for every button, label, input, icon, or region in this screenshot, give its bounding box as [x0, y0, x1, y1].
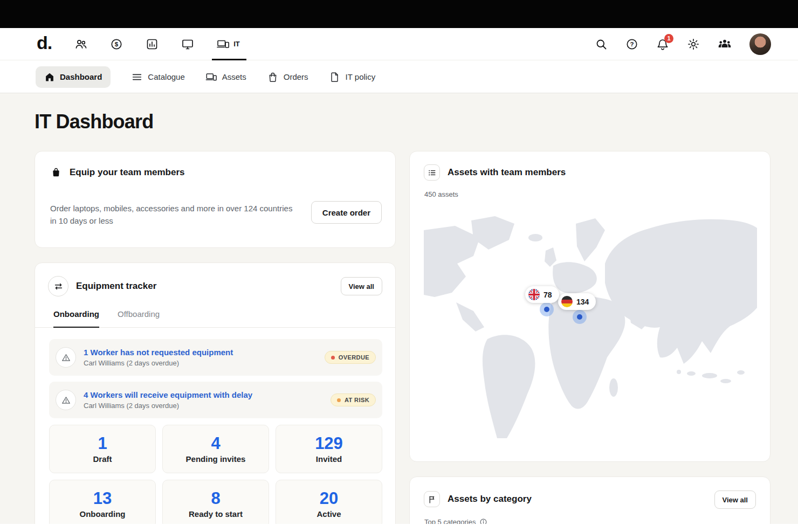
flag-icon: [424, 491, 440, 507]
it-section-nav: Dashboard Catalogue Assets Orders: [0, 61, 798, 93]
uk-asset-count: 78: [544, 291, 552, 299]
nav-item-it[interactable]: IT: [217, 28, 240, 60]
tracker-tabs: Onboarding Offboarding: [35, 309, 395, 328]
warning-triangle-icon: [56, 347, 76, 368]
map-marker-dot-core: [544, 307, 549, 312]
subnav-item-catalogue-label: Catalogue: [148, 72, 184, 81]
stat-tile-onboarding[interactable]: 13 Onboarding: [49, 480, 156, 524]
tracker-card-title: Equipment tracker: [76, 281, 156, 292]
user-avatar[interactable]: [749, 33, 771, 55]
info-icon[interactable]: [479, 518, 487, 524]
stat-label: Invited: [316, 454, 342, 464]
people-nav-icon[interactable]: [74, 38, 87, 51]
svg-text:$: $: [115, 41, 119, 47]
stat-tile-invited[interactable]: 129 Invited: [276, 425, 382, 473]
tracker-stats-grid: 1 Draft 4 Pending invites 129 Invited 13…: [49, 425, 382, 524]
equip-card-description: Order laptops, mobiles, accessories and …: [50, 202, 294, 227]
help-icon[interactable]: ?: [625, 38, 638, 51]
catalogue-list-icon: [131, 71, 143, 83]
equip-team-card: Equip your team members Order laptops, m…: [35, 151, 396, 248]
tracker-view-all-button[interactable]: View all: [341, 277, 382, 295]
subnav-item-orders[interactable]: Orders: [267, 71, 308, 83]
stat-value: 20: [320, 490, 338, 507]
stat-value: 4: [211, 435, 220, 452]
subnav-item-assets-label: Assets: [222, 72, 246, 81]
alert-subtitle: Carl Williams (2 days overdue): [84, 402, 252, 410]
stat-tile-draft[interactable]: 1 Draft: [49, 425, 156, 473]
stat-label: Ready to start: [189, 509, 243, 519]
app-header: d. $: [0, 28, 798, 60]
category-subtitle: Top 5 categories: [424, 518, 476, 524]
assets-count: 450 assets: [424, 190, 458, 198]
list-icon: [424, 164, 440, 181]
window-top-bar: [0, 0, 798, 28]
header-actions: ? 1: [595, 33, 771, 55]
map-pill-germany[interactable]: 134: [558, 293, 596, 310]
map-marker-dot-germany[interactable]: [573, 310, 587, 324]
stat-tile-active[interactable]: 20 Active: [276, 480, 382, 524]
equipment-tracker-card: Equipment tracker View all Onboarding Of…: [35, 262, 396, 524]
uk-flag-icon: [528, 289, 540, 300]
tab-onboarding[interactable]: Onboarding: [53, 309, 99, 328]
transfer-arrows-icon: [48, 276, 68, 296]
tab-offboarding[interactable]: Offboarding: [118, 309, 160, 327]
stat-label: Draft: [93, 454, 112, 464]
deel-logo[interactable]: d.: [37, 33, 52, 55]
overdue-dot: [331, 356, 335, 360]
tracker-alert-row: 1 Worker has not requested equipment Car…: [49, 339, 382, 376]
home-icon: [44, 72, 55, 82]
payments-nav-icon[interactable]: $: [110, 38, 123, 51]
germany-flag-icon: [561, 296, 573, 307]
assets-devices-icon: [205, 71, 217, 83]
map-marker-dot-core: [577, 314, 582, 320]
assets-map-title: Assets with team members: [448, 167, 566, 178]
world-map-graphic: [424, 215, 757, 441]
alert-link[interactable]: 1 Worker has not requested equipment: [84, 348, 233, 357]
page-title: IT Dashboard: [35, 110, 153, 133]
stat-value: 129: [315, 435, 343, 452]
category-view-all-button[interactable]: View all: [714, 490, 756, 509]
map-pill-uk[interactable]: 78: [525, 286, 559, 303]
map-marker-dot-uk[interactable]: [540, 302, 554, 316]
status-badge-overdue: OVERDUE: [325, 351, 376, 364]
subnav-item-catalogue[interactable]: Catalogue: [131, 71, 184, 83]
stat-label: Pending invites: [186, 454, 246, 464]
subnav-item-dashboard[interactable]: Dashboard: [36, 66, 111, 88]
orders-bag-icon: [267, 71, 279, 83]
alert-link[interactable]: 4 Workers will receive equipment with de…: [84, 390, 252, 399]
subnav-item-orders-label: Orders: [284, 72, 308, 81]
settings-gear-icon[interactable]: [687, 38, 700, 51]
equip-card-title: Equip your team members: [70, 167, 185, 178]
stat-label: Active: [317, 509, 341, 519]
assets-category-card: Assets by category View all Top 5 catego…: [409, 476, 771, 524]
svg-text:?: ?: [630, 41, 634, 47]
subnav-item-it-policy[interactable]: IT policy: [329, 71, 376, 83]
main-content: IT Dashboard Equip your team members Ord…: [0, 93, 798, 524]
stat-label: Onboarding: [80, 509, 126, 519]
stat-tile-ready-to-start[interactable]: 8 Ready to start: [162, 480, 269, 524]
assets-map-card: Assets with team members 450 assets: [409, 151, 771, 462]
alert-subtitle: Carl Williams (2 days overdue): [84, 359, 233, 367]
team-referrals-icon[interactable]: [718, 37, 732, 51]
notification-count-badge: 1: [664, 34, 673, 43]
reports-nav-icon[interactable]: [146, 38, 159, 51]
tracker-alert-row: 4 Workers will receive equipment with de…: [49, 382, 382, 418]
subnav-item-assets[interactable]: Assets: [205, 71, 246, 83]
stat-value: 1: [98, 435, 107, 452]
stat-value: 8: [211, 490, 220, 507]
stat-value: 13: [93, 490, 112, 507]
document-icon: [329, 71, 341, 83]
primary-nav: $ IT: [74, 28, 240, 60]
create-order-button[interactable]: Create order: [311, 201, 382, 224]
stat-tile-pending-invites[interactable]: 4 Pending invites: [162, 425, 269, 473]
world-map[interactable]: 134 78: [424, 215, 757, 441]
germany-asset-count: 134: [576, 298, 589, 306]
badge-label: AT RISK: [345, 397, 369, 403]
it-devices-icon: [217, 38, 230, 51]
notifications-button[interactable]: 1: [656, 38, 669, 51]
monitor-nav-icon[interactable]: [181, 38, 194, 51]
at-risk-dot: [337, 398, 341, 402]
badge-label: OVERDUE: [339, 354, 369, 361]
search-icon[interactable]: [595, 38, 608, 51]
warning-triangle-icon: [56, 390, 76, 410]
